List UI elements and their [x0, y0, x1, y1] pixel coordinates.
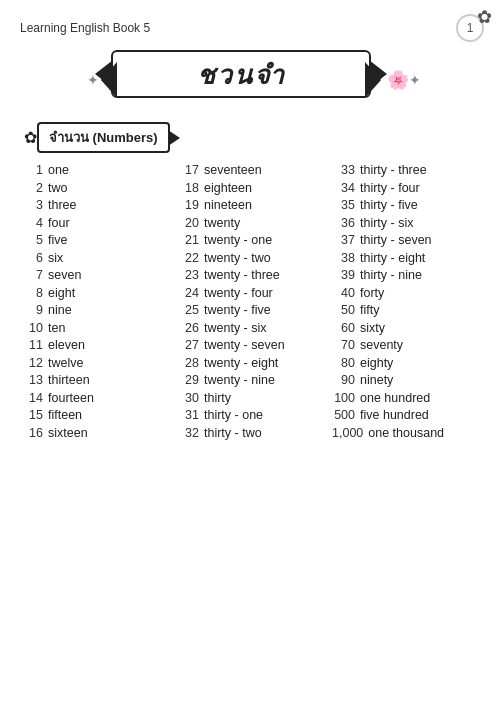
list-item: 14fourteen	[20, 391, 172, 405]
list-item: 27twenty - seven	[176, 338, 328, 352]
number-word: twenty - two	[204, 251, 271, 265]
number-word: twenty - seven	[204, 338, 285, 352]
list-item: 15fifteen	[20, 408, 172, 422]
number-index: 1,000	[332, 426, 368, 440]
number-word: seventeen	[204, 163, 262, 177]
number-index: 50	[332, 303, 360, 317]
number-index: 19	[176, 198, 204, 212]
list-item: 90ninety	[332, 373, 484, 387]
number-index: 31	[176, 408, 204, 422]
number-index: 30	[176, 391, 204, 405]
list-item: 23twenty - three	[176, 268, 328, 282]
numbers-grid: 1one2two3three4four5five6six7seven8eight…	[20, 163, 484, 440]
number-word: twenty	[204, 216, 240, 230]
number-word: five hundred	[360, 408, 429, 422]
number-index: 28	[176, 356, 204, 370]
number-word: eleven	[48, 338, 85, 352]
number-word: seventy	[360, 338, 403, 352]
number-word: twenty - three	[204, 268, 280, 282]
number-index: 23	[176, 268, 204, 282]
number-index: 39	[332, 268, 360, 282]
book-title: Learning English Book 5	[20, 21, 150, 35]
number-index: 70	[332, 338, 360, 352]
list-item: 35thirty - five	[332, 198, 484, 212]
number-word: thirty - seven	[360, 233, 432, 247]
numbers-column-3: 33thirty - three34thirty - four35thirty …	[332, 163, 484, 440]
number-index: 25	[176, 303, 204, 317]
number-index: 100	[332, 391, 360, 405]
section-label-wrapper: ✿ จำนวน (Numbers)	[20, 122, 484, 153]
number-word: three	[48, 198, 77, 212]
list-item: 37thirty - seven	[332, 233, 484, 247]
list-item: 10ten	[20, 321, 172, 335]
page-number: 1	[467, 21, 474, 35]
number-word: forty	[360, 286, 384, 300]
flower-icon: 🌸	[387, 69, 409, 91]
number-word: nineteen	[204, 198, 252, 212]
number-word: thirty - nine	[360, 268, 422, 282]
number-word: sixteen	[48, 426, 88, 440]
number-word: thirty - five	[360, 198, 418, 212]
list-item: 17seventeen	[176, 163, 328, 177]
list-item: 24twenty - four	[176, 286, 328, 300]
number-word: two	[48, 181, 67, 195]
number-word: thirty - three	[360, 163, 427, 177]
list-item: 1one	[20, 163, 172, 177]
list-item: 5five	[20, 233, 172, 247]
number-index: 20	[176, 216, 204, 230]
number-index: 13	[20, 373, 48, 387]
number-word: seven	[48, 268, 81, 282]
number-word: thirty - eight	[360, 251, 425, 265]
number-word: eighty	[360, 356, 393, 370]
number-word: fifteen	[48, 408, 82, 422]
list-item: 21twenty - one	[176, 233, 328, 247]
number-word: fourteen	[48, 391, 94, 405]
number-index: 38	[332, 251, 360, 265]
number-word: twenty - one	[204, 233, 272, 247]
list-item: 7seven	[20, 268, 172, 282]
number-index: 26	[176, 321, 204, 335]
number-index: 36	[332, 216, 360, 230]
number-word: thirteen	[48, 373, 90, 387]
number-index: 27	[176, 338, 204, 352]
number-index: 3	[20, 198, 48, 212]
number-word: eight	[48, 286, 75, 300]
number-index: 6	[20, 251, 48, 265]
number-index: 7	[20, 268, 48, 282]
list-item: 9nine	[20, 303, 172, 317]
list-item: 2two	[20, 181, 172, 195]
banner: ชวนจำ	[101, 50, 381, 110]
number-word: six	[48, 251, 63, 265]
list-item: 13thirteen	[20, 373, 172, 387]
number-index: 8	[20, 286, 48, 300]
list-item: 34thirty - four	[332, 181, 484, 195]
number-index: 9	[20, 303, 48, 317]
sun-icon: ✿	[477, 6, 492, 28]
list-item: 20twenty	[176, 216, 328, 230]
number-index: 60	[332, 321, 360, 335]
number-word: thirty - four	[360, 181, 420, 195]
sparkle-right-icon: ✦	[409, 72, 421, 88]
banner-ribbon: ชวนจำ	[111, 50, 371, 98]
number-word: twenty - four	[204, 286, 273, 300]
number-index: 10	[20, 321, 48, 335]
list-item: 4four	[20, 216, 172, 230]
number-index: 5	[20, 233, 48, 247]
number-index: 16	[20, 426, 48, 440]
number-index: 29	[176, 373, 204, 387]
list-item: 22twenty - two	[176, 251, 328, 265]
number-word: thirty - two	[204, 426, 262, 440]
list-item: 33thirty - three	[332, 163, 484, 177]
number-word: twenty - five	[204, 303, 271, 317]
list-item: 28twenty - eight	[176, 356, 328, 370]
number-index: 12	[20, 356, 48, 370]
list-item: 31thirty - one	[176, 408, 328, 422]
list-item: 32thirty - two	[176, 426, 328, 440]
list-item: 70seventy	[332, 338, 484, 352]
number-index: 32	[176, 426, 204, 440]
list-item: 8eight	[20, 286, 172, 300]
number-index: 21	[176, 233, 204, 247]
number-word: twenty - nine	[204, 373, 275, 387]
number-word: one	[48, 163, 69, 177]
number-word: one thousand	[368, 426, 444, 440]
